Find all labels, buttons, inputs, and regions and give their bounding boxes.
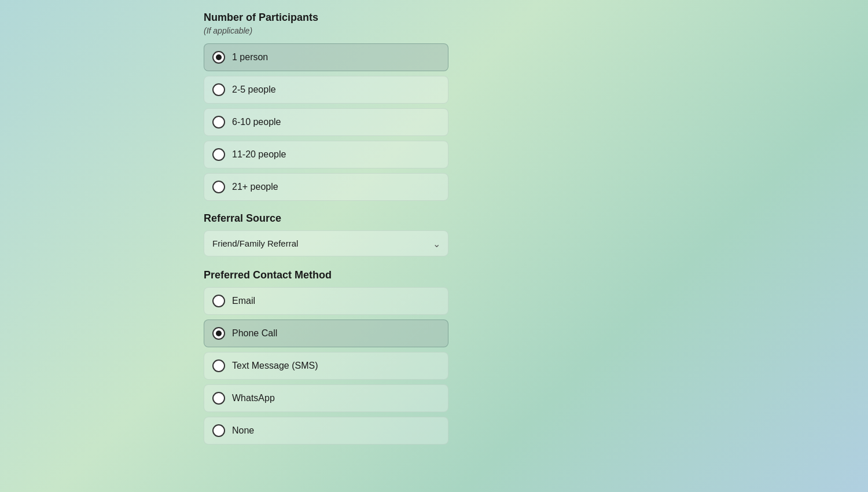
radio-6to10[interactable]	[212, 116, 225, 128]
label-21plus: 21+ people	[232, 182, 278, 192]
option-1person[interactable]: 1 person	[204, 43, 448, 71]
radio-phone-call[interactable]	[212, 327, 225, 340]
label-11to20: 11-20 people	[232, 149, 286, 160]
radio-text-sms[interactable]	[212, 359, 225, 372]
radio-21plus[interactable]	[212, 181, 225, 193]
contact-section: Preferred Contact Method Email Phone Cal…	[204, 269, 448, 445]
option-11to20[interactable]: 11-20 people	[204, 141, 448, 168]
referral-select[interactable]: Friend/Family Referral Google Search Soc…	[204, 230, 448, 256]
option-21plus[interactable]: 21+ people	[204, 173, 448, 201]
radio-11to20[interactable]	[212, 148, 225, 161]
option-email[interactable]: Email	[204, 287, 448, 315]
radio-2to5[interactable]	[212, 83, 225, 96]
label-2to5: 2-5 people	[232, 85, 276, 95]
referral-select-wrapper: Friend/Family Referral Google Search Soc…	[204, 230, 448, 256]
participants-title: Number of Participants	[204, 12, 448, 24]
referral-section: Referral Source Friend/Family Referral G…	[204, 212, 448, 256]
label-none: None	[232, 425, 254, 436]
contact-title: Preferred Contact Method	[204, 269, 448, 281]
radio-email[interactable]	[212, 295, 225, 307]
option-2to5[interactable]: 2-5 people	[204, 76, 448, 104]
label-1person: 1 person	[232, 52, 268, 63]
option-text-sms[interactable]: Text Message (SMS)	[204, 352, 448, 380]
radio-whatsapp[interactable]	[212, 392, 225, 405]
option-none[interactable]: None	[204, 417, 448, 445]
option-phone-call[interactable]: Phone Call	[204, 320, 448, 347]
option-6to10[interactable]: 6-10 people	[204, 108, 448, 136]
label-6to10: 6-10 people	[232, 117, 281, 127]
label-phone-call: Phone Call	[232, 328, 277, 339]
participants-subtitle: (If applicable)	[204, 26, 448, 35]
label-text-sms: Text Message (SMS)	[232, 361, 318, 371]
referral-title: Referral Source	[204, 212, 448, 225]
label-email: Email	[232, 296, 255, 306]
option-whatsapp[interactable]: WhatsApp	[204, 384, 448, 412]
participants-section: Number of Participants (If applicable) 1…	[204, 12, 448, 201]
label-whatsapp: WhatsApp	[232, 393, 275, 403]
form-container: Number of Participants (If applicable) 1…	[204, 0, 448, 449]
radio-1person[interactable]	[212, 51, 225, 64]
radio-none[interactable]	[212, 424, 225, 437]
